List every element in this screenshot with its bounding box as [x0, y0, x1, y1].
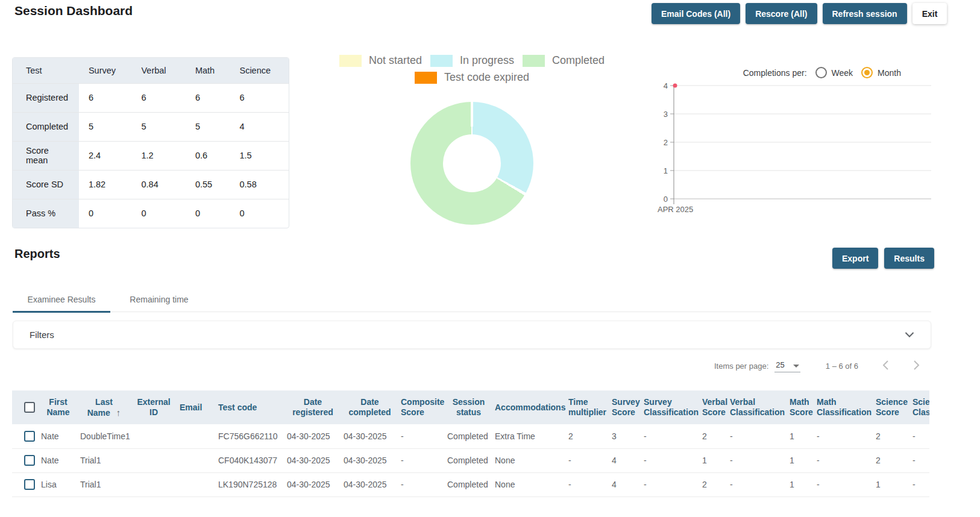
header-cell-external-id[interactable]: External ID — [131, 390, 178, 424]
header-cell-test-code[interactable]: Test code — [217, 390, 286, 424]
cell-accommodations: None — [494, 472, 567, 497]
stats-value: 0.6 — [186, 141, 230, 170]
radio-option-week[interactable]: Week — [815, 67, 853, 78]
header-cell-math-score[interactable]: Math Score — [788, 390, 815, 424]
row-checkbox[interactable] — [24, 479, 35, 490]
caret-down-icon — [793, 365, 799, 368]
email-codes-all-button[interactable]: Email Codes (All) — [652, 3, 740, 24]
stats-row-label: Pass % — [13, 199, 79, 228]
header-cell-accommodations[interactable]: Accommodations — [494, 390, 567, 424]
cell-composite-score: - — [400, 448, 446, 472]
stats-value: 5 — [186, 112, 230, 141]
header-cell-email[interactable]: Email — [178, 390, 217, 424]
chevron-right-icon — [909, 358, 923, 372]
header-cell-science-score[interactable]: Science Score — [875, 390, 911, 424]
legend-swatch — [339, 55, 362, 67]
reports-title: Reports — [14, 247, 60, 261]
next-page-button[interactable] — [909, 358, 923, 374]
header-cell-math-classification[interactable]: Math Classification — [815, 390, 875, 424]
legend-swatch — [430, 55, 453, 67]
header-cell-last-name[interactable]: Last Name↑ — [79, 390, 131, 424]
row-checkbox[interactable] — [24, 455, 35, 466]
chevron-down-icon[interactable] — [905, 332, 914, 337]
table-row[interactable]: NateDoubleTime1FC756G66211004-30-202504-… — [12, 424, 929, 448]
exit-button[interactable]: Exit — [912, 3, 947, 24]
row-checkbox[interactable] — [24, 431, 35, 442]
cell-external-id — [131, 472, 178, 497]
cell-date-completed: 04-30-2025 — [342, 448, 400, 472]
sort-asc-icon[interactable]: ↑ — [116, 407, 121, 418]
cell-date-registered: 04-30-2025 — [286, 448, 342, 472]
items-per-page-select[interactable]: 25 — [774, 360, 800, 372]
results-button[interactable]: Results — [884, 248, 934, 269]
report-tabs: Examinee ResultsRemaining time — [13, 288, 931, 312]
row-select-cell — [12, 472, 40, 497]
header-cell-survey-classification[interactable]: Survey Classification — [642, 390, 701, 424]
cell-survey-classification: - — [642, 448, 701, 472]
column-header-label: Verbal Score — [702, 397, 727, 417]
stats-value: 6 — [230, 83, 289, 112]
cell-session-status: Completed — [446, 424, 494, 448]
cell-math-score: 1 — [788, 448, 815, 472]
stats-row-score-sd: Score SD1.820.840.550.58 — [13, 170, 289, 199]
cell-test-code: FC756G662110 — [217, 424, 286, 448]
header-cell-time-multiplier[interactable]: Time multiplier — [567, 390, 611, 424]
table-row[interactable]: NateTrial1CF040K14307704-30-202504-30-20… — [12, 448, 929, 472]
header-cell-date-registered[interactable]: Date registered — [286, 390, 342, 424]
page-range-label: 1 – 6 of 6 — [826, 362, 858, 371]
header-cell-verbal-classification[interactable]: Verbal Classification — [729, 390, 788, 424]
header-cell-science-classification[interactable]: Science Classification — [911, 390, 929, 424]
x-axis-label: APR 2025 — [658, 205, 693, 214]
column-header-label: Last Name — [87, 397, 113, 418]
cell-science-classification: - — [911, 472, 929, 497]
cell-session-status: Completed — [446, 472, 494, 497]
cell-time-multiplier: - — [567, 472, 611, 497]
cell-verbal-classification: - — [729, 472, 788, 497]
header-cell-composite-score[interactable]: Composite Score — [400, 390, 446, 424]
stats-value: 6 — [79, 83, 132, 112]
header-cell-verbal-score[interactable]: Verbal Score — [701, 390, 729, 424]
legend-label: Test code expired — [444, 71, 529, 84]
column-header-label: Session status — [453, 397, 485, 417]
page-title: Session Dashboard — [14, 4, 133, 18]
report-buttons: ExportResults — [832, 248, 934, 269]
column-header-label: Verbal Classification — [730, 397, 785, 417]
tab-examinee-results[interactable]: Examinee Results — [13, 288, 110, 312]
filters-panel[interactable]: Filters — [13, 321, 931, 349]
header-cell-first-name[interactable]: First Name — [40, 390, 79, 424]
cell-first-name: Nate — [40, 424, 79, 448]
stats-row-completed: Completed5554 — [13, 112, 289, 141]
stats-header-verbal: Verbal — [131, 58, 185, 83]
export-button[interactable]: Export — [832, 248, 878, 269]
items-per-page-value: 25 — [776, 360, 784, 369]
stats-value: 4 — [230, 112, 289, 141]
previous-page-button[interactable] — [879, 358, 893, 374]
row-select-cell — [12, 448, 40, 472]
cell-survey-classification: - — [642, 472, 701, 497]
radio-week-icon[interactable] — [815, 67, 827, 78]
stats-value: 0 — [131, 199, 185, 228]
table-row[interactable]: LisaTrial1LK190N72512804-30-202504-30-20… — [12, 472, 929, 497]
session-stats-table: TestSurveyVerbalMathScienceRegistered666… — [13, 58, 289, 228]
stats-value: 5 — [79, 112, 132, 141]
tab-remaining-time[interactable]: Remaining time — [110, 288, 208, 312]
stats-header-science: Science — [230, 58, 289, 83]
cell-verbal-score: 2 — [701, 424, 729, 448]
cell-math-score: 1 — [788, 424, 815, 448]
select-all-checkbox[interactable] — [24, 402, 35, 413]
header-cell-session-status[interactable]: Session status — [446, 390, 494, 424]
header-cell-survey-score[interactable]: Survey Score — [611, 390, 642, 424]
header-cell-date-completed[interactable]: Date completed — [342, 390, 400, 424]
refresh-session-button[interactable]: Refresh session — [823, 3, 907, 24]
cell-science-classification: - — [911, 448, 929, 472]
radio-label: Week — [832, 68, 853, 78]
cell-survey-classification: - — [642, 424, 701, 448]
stats-value: 0 — [79, 199, 132, 228]
cell-email — [178, 472, 217, 497]
rescore-all-button[interactable]: Rescore (All) — [746, 3, 817, 24]
column-header-label: Accommodations — [495, 403, 565, 412]
radio-month-icon[interactable] — [861, 67, 873, 78]
cell-science-classification: - — [911, 424, 929, 448]
cell-science-score: 1 — [875, 472, 911, 497]
radio-option-month[interactable]: Month — [861, 67, 901, 78]
